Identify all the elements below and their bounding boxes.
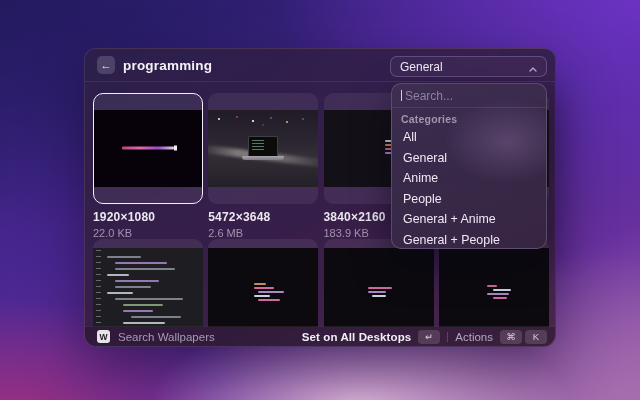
back-arrow-icon: ← [101,59,112,71]
wallpaper-thumbnail[interactable] [93,239,203,327]
dropdown-item-general-anime[interactable]: General + Anime [394,209,544,230]
dropdown-item-all[interactable]: All [394,127,544,148]
wallpaper-thumbnail[interactable] [439,239,549,327]
wallpaper-cell: 1920×1080 22.0 KB [93,93,203,239]
primary-action-label[interactable]: Set on All Desktops [302,331,411,343]
wallpaper-thumbnail[interactable] [208,239,318,327]
thumbnail-image-code-dark [324,248,434,327]
category-dropdown-menu: Search... Categories All General Anime P… [391,83,547,249]
wallpaper-cell [439,239,549,327]
chevron-up-icon [529,58,537,76]
thumbnail-image-laptop-photo [208,110,318,187]
return-key-badge[interactable]: ↵ [418,330,440,344]
app-name: Search Wallpapers [118,331,215,343]
wallpaper-cell [324,239,434,327]
wallpaper-cell: 5472×3648 2.6 MB [208,93,318,239]
thumbnail-image-code-editor [93,248,203,327]
dropdown-search-input[interactable]: Search... [392,84,546,107]
dropdown-item-people[interactable]: People [394,189,544,210]
desktop-background: ← programming General [0,0,640,400]
dropdown-section-label: Categories [392,108,546,127]
wallpaper-filesize: 22.0 KB [93,227,203,239]
wallpaper-meta: 5472×3648 2.6 MB [208,210,318,239]
footer-divider [447,332,448,342]
app-logo-icon: W [97,330,110,343]
thumbnail-image-terminal [94,110,202,187]
wallpaper-filesize: 2.6 MB [208,227,318,239]
k-key-badge[interactable]: K [525,330,547,344]
back-button[interactable]: ← [97,56,115,74]
action-bar: W Search Wallpapers Set on All Desktops … [85,326,555,346]
actions-menu-label[interactable]: Actions [455,331,493,343]
dropdown-item-anime[interactable]: Anime [394,168,544,189]
wallpaper-thumbnail[interactable] [324,239,434,327]
wallpaper-cell [93,239,203,327]
wallpaper-thumbnail[interactable] [208,93,318,204]
wallpaper-meta: 1920×1080 22.0 KB [93,210,203,239]
text-caret [401,90,402,101]
command-key-badge[interactable]: ⌘ [500,330,522,344]
search-placeholder: Search... [405,89,453,103]
window-header: ← programming General [85,49,555,81]
dropdown-item-general-people[interactable]: General + People [394,230,544,251]
wallpaper-resolution: 5472×3648 [208,210,318,224]
dropdown-item-general[interactable]: General [394,148,544,169]
wallpaper-resolution: 1920×1080 [93,210,203,224]
wallpaper-thumbnail-selected[interactable] [93,93,203,204]
category-dropdown-button[interactable]: General [390,56,547,77]
thumbnail-image-code-dark [208,248,318,327]
wallpaper-cell [208,239,318,327]
wallpaper-picker-window: ← programming General [84,48,556,347]
page-title: programming [123,49,212,81]
category-dropdown-value: General [400,60,443,74]
thumbnail-image-code-dark [439,248,549,327]
